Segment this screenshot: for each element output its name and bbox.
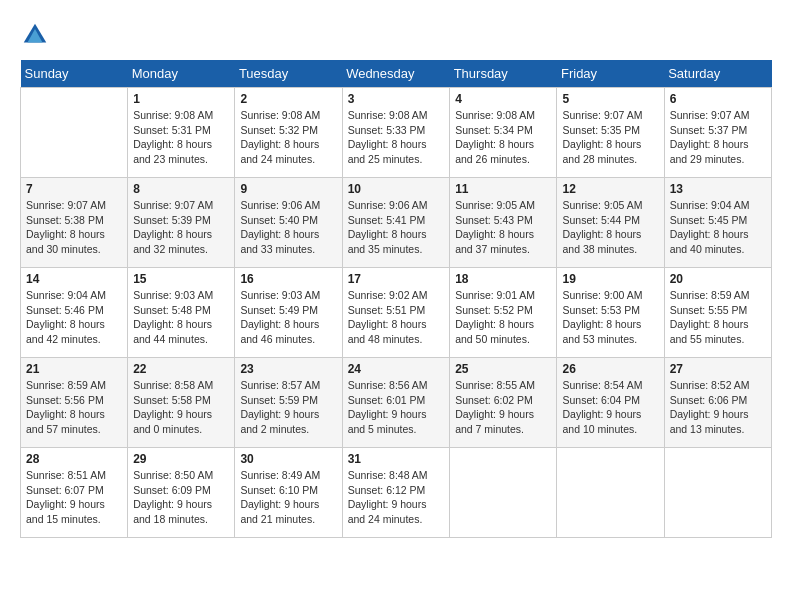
calendar-day-cell: 16Sunrise: 9:03 AM Sunset: 5:49 PM Dayli… (235, 268, 342, 358)
day-number: 16 (240, 272, 336, 286)
calendar-header-monday: Monday (128, 60, 235, 88)
day-number: 20 (670, 272, 766, 286)
day-info: Sunrise: 9:06 AM Sunset: 5:40 PM Dayligh… (240, 198, 336, 257)
day-info: Sunrise: 8:54 AM Sunset: 6:04 PM Dayligh… (562, 378, 658, 437)
day-info: Sunrise: 9:04 AM Sunset: 5:45 PM Dayligh… (670, 198, 766, 257)
day-number: 5 (562, 92, 658, 106)
calendar-day-cell: 24Sunrise: 8:56 AM Sunset: 6:01 PM Dayli… (342, 358, 450, 448)
calendar-day-cell: 26Sunrise: 8:54 AM Sunset: 6:04 PM Dayli… (557, 358, 664, 448)
day-info: Sunrise: 9:07 AM Sunset: 5:37 PM Dayligh… (670, 108, 766, 167)
calendar-day-cell: 14Sunrise: 9:04 AM Sunset: 5:46 PM Dayli… (21, 268, 128, 358)
day-number: 14 (26, 272, 122, 286)
day-number: 30 (240, 452, 336, 466)
day-info: Sunrise: 8:59 AM Sunset: 5:56 PM Dayligh… (26, 378, 122, 437)
day-number: 10 (348, 182, 445, 196)
calendar-day-cell: 9Sunrise: 9:06 AM Sunset: 5:40 PM Daylig… (235, 178, 342, 268)
day-info: Sunrise: 9:07 AM Sunset: 5:39 PM Dayligh… (133, 198, 229, 257)
calendar-day-cell: 4Sunrise: 9:08 AM Sunset: 5:34 PM Daylig… (450, 88, 557, 178)
day-number: 17 (348, 272, 445, 286)
calendar-day-cell: 29Sunrise: 8:50 AM Sunset: 6:09 PM Dayli… (128, 448, 235, 538)
calendar-header-sunday: Sunday (21, 60, 128, 88)
calendar-header-saturday: Saturday (664, 60, 771, 88)
calendar-day-cell: 30Sunrise: 8:49 AM Sunset: 6:10 PM Dayli… (235, 448, 342, 538)
day-info: Sunrise: 8:58 AM Sunset: 5:58 PM Dayligh… (133, 378, 229, 437)
calendar-day-cell: 27Sunrise: 8:52 AM Sunset: 6:06 PM Dayli… (664, 358, 771, 448)
day-number: 19 (562, 272, 658, 286)
calendar-day-cell: 7Sunrise: 9:07 AM Sunset: 5:38 PM Daylig… (21, 178, 128, 268)
calendar-day-cell: 10Sunrise: 9:06 AM Sunset: 5:41 PM Dayli… (342, 178, 450, 268)
calendar-day-cell: 20Sunrise: 8:59 AM Sunset: 5:55 PM Dayli… (664, 268, 771, 358)
calendar-header-thursday: Thursday (450, 60, 557, 88)
day-info: Sunrise: 9:03 AM Sunset: 5:48 PM Dayligh… (133, 288, 229, 347)
day-number: 24 (348, 362, 445, 376)
day-info: Sunrise: 9:07 AM Sunset: 5:38 PM Dayligh… (26, 198, 122, 257)
calendar-day-cell (450, 448, 557, 538)
day-info: Sunrise: 9:05 AM Sunset: 5:44 PM Dayligh… (562, 198, 658, 257)
day-info: Sunrise: 9:08 AM Sunset: 5:31 PM Dayligh… (133, 108, 229, 167)
day-number: 28 (26, 452, 122, 466)
day-number: 2 (240, 92, 336, 106)
day-info: Sunrise: 8:59 AM Sunset: 5:55 PM Dayligh… (670, 288, 766, 347)
day-info: Sunrise: 9:08 AM Sunset: 5:32 PM Dayligh… (240, 108, 336, 167)
day-number: 12 (562, 182, 658, 196)
day-info: Sunrise: 9:08 AM Sunset: 5:34 PM Dayligh… (455, 108, 551, 167)
day-info: Sunrise: 9:05 AM Sunset: 5:43 PM Dayligh… (455, 198, 551, 257)
day-number: 31 (348, 452, 445, 466)
day-number: 11 (455, 182, 551, 196)
day-number: 1 (133, 92, 229, 106)
calendar-day-cell (557, 448, 664, 538)
day-number: 13 (670, 182, 766, 196)
calendar-week-row: 7Sunrise: 9:07 AM Sunset: 5:38 PM Daylig… (21, 178, 772, 268)
calendar-day-cell (664, 448, 771, 538)
day-info: Sunrise: 8:55 AM Sunset: 6:02 PM Dayligh… (455, 378, 551, 437)
day-number: 27 (670, 362, 766, 376)
logo (20, 20, 54, 50)
calendar-day-cell: 25Sunrise: 8:55 AM Sunset: 6:02 PM Dayli… (450, 358, 557, 448)
day-number: 6 (670, 92, 766, 106)
calendar-day-cell: 12Sunrise: 9:05 AM Sunset: 5:44 PM Dayli… (557, 178, 664, 268)
day-number: 22 (133, 362, 229, 376)
calendar-day-cell: 18Sunrise: 9:01 AM Sunset: 5:52 PM Dayli… (450, 268, 557, 358)
calendar: SundayMondayTuesdayWednesdayThursdayFrid… (20, 60, 772, 538)
day-info: Sunrise: 9:04 AM Sunset: 5:46 PM Dayligh… (26, 288, 122, 347)
calendar-week-row: 21Sunrise: 8:59 AM Sunset: 5:56 PM Dayli… (21, 358, 772, 448)
day-info: Sunrise: 8:48 AM Sunset: 6:12 PM Dayligh… (348, 468, 445, 527)
day-number: 26 (562, 362, 658, 376)
calendar-day-cell: 3Sunrise: 9:08 AM Sunset: 5:33 PM Daylig… (342, 88, 450, 178)
calendar-day-cell: 21Sunrise: 8:59 AM Sunset: 5:56 PM Dayli… (21, 358, 128, 448)
day-number: 21 (26, 362, 122, 376)
page-container: SundayMondayTuesdayWednesdayThursdayFrid… (20, 20, 772, 538)
calendar-day-cell: 11Sunrise: 9:05 AM Sunset: 5:43 PM Dayli… (450, 178, 557, 268)
day-info: Sunrise: 8:51 AM Sunset: 6:07 PM Dayligh… (26, 468, 122, 527)
day-info: Sunrise: 9:00 AM Sunset: 5:53 PM Dayligh… (562, 288, 658, 347)
calendar-week-row: 14Sunrise: 9:04 AM Sunset: 5:46 PM Dayli… (21, 268, 772, 358)
calendar-day-cell: 17Sunrise: 9:02 AM Sunset: 5:51 PM Dayli… (342, 268, 450, 358)
calendar-day-cell: 15Sunrise: 9:03 AM Sunset: 5:48 PM Dayli… (128, 268, 235, 358)
calendar-day-cell: 13Sunrise: 9:04 AM Sunset: 5:45 PM Dayli… (664, 178, 771, 268)
calendar-day-cell: 19Sunrise: 9:00 AM Sunset: 5:53 PM Dayli… (557, 268, 664, 358)
day-number: 9 (240, 182, 336, 196)
calendar-day-cell: 23Sunrise: 8:57 AM Sunset: 5:59 PM Dayli… (235, 358, 342, 448)
logo-icon (20, 20, 50, 50)
calendar-day-cell: 2Sunrise: 9:08 AM Sunset: 5:32 PM Daylig… (235, 88, 342, 178)
calendar-header-tuesday: Tuesday (235, 60, 342, 88)
day-info: Sunrise: 8:56 AM Sunset: 6:01 PM Dayligh… (348, 378, 445, 437)
day-info: Sunrise: 9:07 AM Sunset: 5:35 PM Dayligh… (562, 108, 658, 167)
calendar-day-cell: 6Sunrise: 9:07 AM Sunset: 5:37 PM Daylig… (664, 88, 771, 178)
day-info: Sunrise: 8:49 AM Sunset: 6:10 PM Dayligh… (240, 468, 336, 527)
day-info: Sunrise: 8:57 AM Sunset: 5:59 PM Dayligh… (240, 378, 336, 437)
calendar-header-row: SundayMondayTuesdayWednesdayThursdayFrid… (21, 60, 772, 88)
day-number: 4 (455, 92, 551, 106)
day-info: Sunrise: 9:08 AM Sunset: 5:33 PM Dayligh… (348, 108, 445, 167)
calendar-week-row: 28Sunrise: 8:51 AM Sunset: 6:07 PM Dayli… (21, 448, 772, 538)
day-number: 7 (26, 182, 122, 196)
day-info: Sunrise: 9:02 AM Sunset: 5:51 PM Dayligh… (348, 288, 445, 347)
day-number: 23 (240, 362, 336, 376)
day-info: Sunrise: 9:06 AM Sunset: 5:41 PM Dayligh… (348, 198, 445, 257)
calendar-day-cell: 22Sunrise: 8:58 AM Sunset: 5:58 PM Dayli… (128, 358, 235, 448)
day-number: 15 (133, 272, 229, 286)
day-number: 18 (455, 272, 551, 286)
calendar-header-wednesday: Wednesday (342, 60, 450, 88)
calendar-week-row: 1Sunrise: 9:08 AM Sunset: 5:31 PM Daylig… (21, 88, 772, 178)
day-number: 8 (133, 182, 229, 196)
